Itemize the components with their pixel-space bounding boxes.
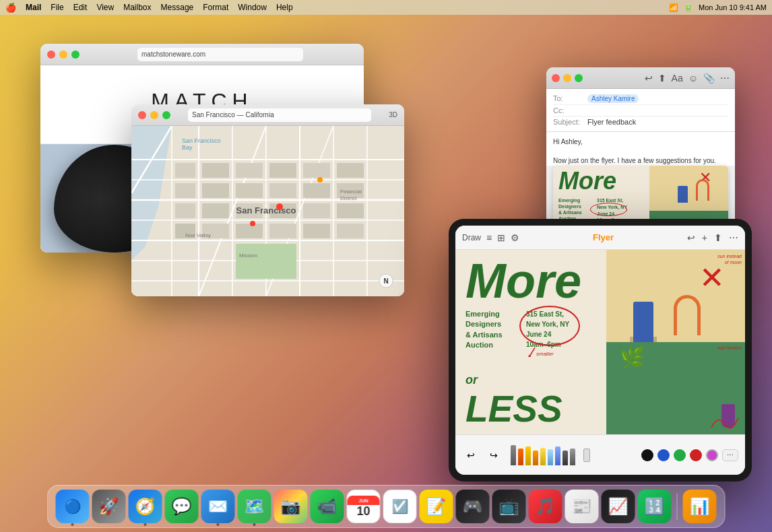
- menu-bar-left: 🍎 Mail File Edit View Mailbox Message Fo…: [5, 3, 293, 13]
- maps-close-button[interactable]: [138, 111, 146, 119]
- pen-tool-1[interactable]: [511, 445, 516, 465]
- svg-rect-38: [236, 224, 263, 238]
- svg-point-52: [317, 177, 323, 182]
- svg-rect-31: [202, 203, 229, 218]
- mail-to-label: To:: [553, 94, 583, 103]
- dock-stocks[interactable]: 📈: [602, 490, 635, 523]
- dock-photos[interactable]: 📷: [274, 490, 308, 523]
- menu-message[interactable]: Message: [161, 3, 194, 12]
- ipad-add-icon[interactable]: +: [702, 232, 707, 243]
- dock-calendar[interactable]: JUN 10: [347, 490, 381, 523]
- ipad-redo-button[interactable]: ↪: [485, 446, 503, 464]
- pen-tool-9[interactable]: [570, 448, 575, 465]
- maps-search-bar[interactable]: San Francisco — California: [188, 108, 371, 122]
- maps-minimize-button[interactable]: [150, 111, 158, 119]
- menu-format[interactable]: Format: [203, 3, 228, 12]
- pen-tool-8[interactable]: [562, 451, 568, 465]
- more-colors-button[interactable]: ⋯: [722, 449, 738, 461]
- color-red[interactable]: [690, 449, 702, 461]
- dock-grapher[interactable]: 📊: [683, 490, 717, 523]
- mail-more-icon[interactable]: ⋯: [720, 73, 730, 84]
- menu-edit[interactable]: Edit: [73, 3, 88, 12]
- menu-mailbox[interactable]: Mailbox: [123, 3, 151, 12]
- ipad-grid-icon[interactable]: ⊞: [497, 232, 505, 243]
- mail-trash-icon[interactable]: ↩: [645, 73, 653, 84]
- dock-finder[interactable]: 🔵: [56, 490, 90, 523]
- dock-mail[interactable]: ✉️: [201, 490, 235, 523]
- maps-maximize-button[interactable]: [162, 111, 170, 119]
- dock-notes[interactable]: 📝: [420, 490, 453, 523]
- menu-view[interactable]: View: [96, 3, 114, 12]
- mail-emoji-icon[interactable]: ☺: [688, 73, 698, 84]
- dock-facetime[interactable]: 📹: [311, 490, 344, 523]
- pen-tool-7[interactable]: [555, 446, 560, 465]
- pen-tool-5[interactable]: [540, 448, 546, 465]
- draw-label[interactable]: Draw: [462, 233, 481, 242]
- color-green[interactable]: [674, 449, 686, 461]
- mail-toolbar: ↩ ⬆ Aa ☺ 📎 ⋯: [645, 73, 730, 84]
- ipad-list-icon[interactable]: ≡: [486, 232, 492, 243]
- mail-subject-label: Subject:: [553, 118, 583, 126]
- menu-help[interactable]: Help: [276, 3, 293, 12]
- mail-attach-icon[interactable]: 📎: [703, 73, 715, 84]
- svg-text:District: District: [340, 195, 357, 201]
- pen-tool-3[interactable]: [525, 446, 531, 465]
- svg-rect-24: [269, 163, 296, 178]
- svg-rect-30: [175, 203, 195, 218]
- svg-rect-42: [236, 244, 296, 279]
- dock-safari[interactable]: 🧭: [129, 490, 162, 523]
- dock-numbers[interactable]: 🔢: [638, 490, 672, 523]
- svg-point-51: [250, 221, 255, 226]
- svg-text:Mission: Mission: [239, 253, 257, 259]
- mail-body[interactable]: Hi Ashley,Now just on the flyer. I have …: [546, 132, 735, 166]
- dock: 🔵 🚀 🧭 💬 ✉️ 🗺️ 📷 📹: [47, 485, 726, 528]
- dock-news[interactable]: 📰: [565, 490, 599, 523]
- dock-maps[interactable]: 🗺️: [238, 490, 271, 523]
- ipad-share-icon[interactable]: ⬆: [714, 232, 722, 243]
- ipad-screen: Draw ≡ ⊞ ⚙ Flyer ↩ + ⬆ ⋯ More: [455, 226, 745, 475]
- menu-bar: 🍎 Mail File Edit View Mailbox Message Fo…: [0, 0, 772, 15]
- dock-tv[interactable]: 📺: [492, 490, 526, 523]
- mail-close-button[interactable]: [552, 74, 560, 82]
- dock-messages[interactable]: 💬: [165, 490, 199, 523]
- ipad-bottom-toolbar: ↩ ↪: [455, 434, 745, 475]
- ipad-settings-icon[interactable]: ⚙: [511, 232, 519, 243]
- safari-minimize-button[interactable]: [59, 51, 67, 59]
- maps-content: San Francisco Noe Valley Financial Distr…: [131, 126, 404, 296]
- maps-titlebar: San Francisco — California 3D: [131, 104, 404, 126]
- desktop: 🍎 Mail File Edit View Mailbox Message Fo…: [0, 0, 772, 532]
- mail-format-icon[interactable]: Aa: [672, 73, 683, 84]
- mail-maximize-button[interactable]: [575, 74, 583, 82]
- dock-divider: [677, 493, 678, 520]
- ipad-undo-button[interactable]: ↩: [462, 446, 480, 464]
- pen-tool-2[interactable]: [518, 448, 523, 465]
- color-blue[interactable]: [657, 449, 670, 461]
- mail-send-icon[interactable]: ⬆: [658, 73, 666, 84]
- dock-music[interactable]: 🎵: [529, 490, 562, 523]
- color-purple-selected[interactable]: [706, 449, 718, 461]
- mail-subject-value: Flyer feedback: [587, 118, 636, 126]
- safari-maximize-button[interactable]: [71, 51, 79, 59]
- pen-tool-4[interactable]: [533, 451, 538, 465]
- mail-fields: To: Ashley Kamire Cc: Subject: Flyer fee…: [546, 89, 735, 132]
- dock-launchpad[interactable]: 🚀: [92, 490, 126, 523]
- pen-tool-6[interactable]: [548, 449, 553, 465]
- ipad-more-icon[interactable]: ⋯: [729, 232, 738, 243]
- menu-file[interactable]: File: [51, 3, 63, 12]
- safari-close-button[interactable]: [47, 51, 55, 59]
- dock-reminders[interactable]: ☑️: [383, 490, 417, 523]
- mail-minimize-button[interactable]: [563, 74, 571, 82]
- dock-arcade[interactable]: 🎮: [456, 490, 490, 523]
- app-menu-mail[interactable]: Mail: [26, 3, 41, 12]
- mail-to-value[interactable]: Ashley Kamire: [587, 94, 639, 103]
- ipad-undo-icon[interactable]: ↩: [687, 232, 695, 243]
- svg-rect-18: [175, 163, 195, 178]
- menu-window[interactable]: Window: [238, 3, 267, 12]
- color-black[interactable]: [641, 449, 653, 461]
- safari-address-bar[interactable]: matchstoneware.com: [137, 48, 303, 61]
- maps-3d-button[interactable]: 3D: [389, 111, 397, 119]
- apple-menu[interactable]: 🍎: [5, 3, 16, 13]
- safari-titlebar: matchstoneware.com: [40, 44, 364, 65]
- maps-view[interactable]: San Francisco Noe Valley Financial Distr…: [131, 126, 404, 296]
- eraser-tool[interactable]: [583, 448, 590, 462]
